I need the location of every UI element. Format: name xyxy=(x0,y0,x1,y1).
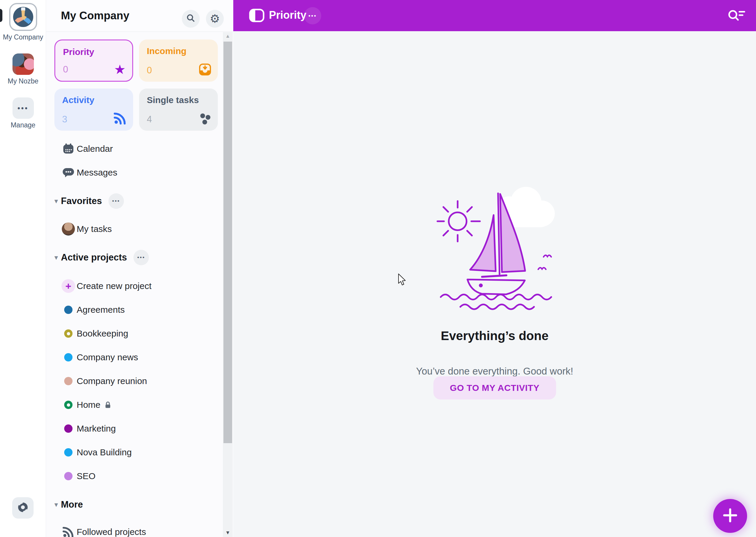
incoming-count: 0 xyxy=(147,65,152,76)
app-window: My Company My Nozbe ••• Manage xyxy=(0,0,756,537)
view-title: Priority xyxy=(269,9,306,21)
project-color-dot xyxy=(64,425,72,433)
workspace-item-my-nozbe[interactable]: My Nozbe xyxy=(0,54,46,85)
project-color-dot xyxy=(64,448,72,457)
project-row-nova-building[interactable]: Nova Building xyxy=(46,442,221,462)
project-color-dot xyxy=(64,377,72,385)
tile-incoming[interactable]: Incoming 0 xyxy=(139,39,218,82)
selected-workspace-ring xyxy=(9,3,37,31)
project-row-bookkeeping[interactable]: Bookkeeping xyxy=(46,324,221,343)
project-color-dot xyxy=(64,306,72,314)
search-button[interactable] xyxy=(182,10,200,28)
view-options-button[interactable]: ••• xyxy=(304,7,321,24)
calendar-icon xyxy=(61,142,76,155)
lifebuoy-icon xyxy=(16,501,29,515)
workspace-label: My Company xyxy=(0,33,46,41)
help-button[interactable] xyxy=(12,497,33,518)
project-row-marketing[interactable]: Marketing xyxy=(46,419,221,438)
project-row-agreements[interactable]: Agreements xyxy=(46,300,221,319)
workspace-item-my-company[interactable]: My Company xyxy=(0,3,46,41)
mouse-cursor xyxy=(398,273,408,288)
section-active-projects[interactable]: ▾ Active projects ••• xyxy=(46,249,221,266)
scroll-up-arrow-icon[interactable]: ▲ xyxy=(223,33,233,39)
project-color-dot xyxy=(64,472,72,480)
project-color-donut xyxy=(64,329,72,338)
plus-icon: + xyxy=(61,279,76,293)
ellipsis-icon: ••• xyxy=(13,98,34,119)
project-row-seo[interactable]: SEO xyxy=(46,466,221,486)
search-icon xyxy=(186,13,196,24)
scrollbar-thumb[interactable] xyxy=(223,42,232,443)
sidebar-title: My Company xyxy=(61,10,129,22)
empty-state-subtitle: You’ve done everything. Good work! xyxy=(233,366,756,377)
activity-count: 3 xyxy=(62,114,67,125)
manage-label: Manage xyxy=(0,121,46,129)
my-nozbe-avatar xyxy=(13,54,34,75)
inbox-icon xyxy=(199,63,211,77)
lock-icon xyxy=(105,401,111,409)
sidebar-item-calendar[interactable]: Calendar xyxy=(46,139,221,159)
workspace-rail: My Company My Nozbe ••• Manage xyxy=(0,0,46,537)
manage-workspaces-button[interactable]: ••• Manage xyxy=(0,98,46,129)
add-task-fab[interactable] xyxy=(713,499,747,533)
section-favorites[interactable]: ▾ Favorites ••• xyxy=(46,192,221,210)
scattered-dots-icon xyxy=(199,112,211,126)
empty-state-heading: Everything’s done xyxy=(233,329,756,343)
my-company-logo-icon xyxy=(11,5,35,29)
create-new-project-button[interactable]: + Create new project xyxy=(46,276,221,296)
settings-button[interactable]: ⚙ xyxy=(206,10,224,28)
scroll-down-arrow-icon[interactable]: ▼ xyxy=(223,530,233,536)
project-row-company-reunion[interactable]: Company reunion xyxy=(46,371,221,391)
tile-activity[interactable]: Activity 3 xyxy=(54,89,133,131)
messages-icon xyxy=(61,166,76,179)
sidebar-toggle-icon[interactable] xyxy=(249,9,264,23)
workspace-label: My Nozbe xyxy=(0,77,46,85)
single-tasks-count: 4 xyxy=(147,114,152,125)
project-row-company-news[interactable]: Company news xyxy=(46,348,221,367)
view-header: Priority ••• xyxy=(233,0,756,31)
project-row-home[interactable]: Home xyxy=(46,395,221,415)
tile-single-tasks[interactable]: Single tasks 4 xyxy=(139,89,218,131)
sidebar-item-my-tasks[interactable]: My tasks xyxy=(46,219,221,239)
star-icon: ★ xyxy=(114,63,126,76)
gear-icon: ⚙ xyxy=(210,13,220,24)
active-projects-ellipsis-button[interactable]: ••• xyxy=(133,250,149,265)
rss-icon xyxy=(61,526,76,537)
priority-count: 0 xyxy=(63,64,68,75)
project-color-dot xyxy=(64,353,72,361)
plus-icon xyxy=(723,508,738,524)
sidebar-header: My Company ⚙ xyxy=(46,0,233,32)
main-content: Everything’s done You’ve done everything… xyxy=(233,31,756,537)
sailboat-illustration xyxy=(429,183,560,317)
chevron-down-icon[interactable]: ▾ xyxy=(54,253,58,262)
project-color-donut xyxy=(64,401,72,409)
chevron-down-icon[interactable]: ▾ xyxy=(54,197,58,205)
tile-priority[interactable]: Priority 0 ★ xyxy=(54,39,133,82)
sidebar-scrollbar[interactable]: ▲ ▼ xyxy=(223,32,233,537)
favorites-ellipsis-button[interactable]: ••• xyxy=(109,193,124,209)
sidebar-item-followed-projects[interactable]: Followed projects xyxy=(46,522,221,537)
my-tasks-avatar xyxy=(61,223,76,235)
sidebar: My Company ⚙ Priority 0 ★ Incoming 0 xyxy=(46,0,233,537)
rss-icon xyxy=(113,112,127,126)
main-panel: Priority ••• xyxy=(233,0,756,537)
sidebar-item-messages[interactable]: Messages xyxy=(46,163,221,183)
chevron-down-icon[interactable]: ▾ xyxy=(54,501,58,509)
search-filter-icon[interactable] xyxy=(728,8,746,24)
go-to-my-activity-button[interactable]: GO TO MY ACTIVITY xyxy=(433,376,556,399)
section-more[interactable]: ▾ More xyxy=(46,496,221,513)
